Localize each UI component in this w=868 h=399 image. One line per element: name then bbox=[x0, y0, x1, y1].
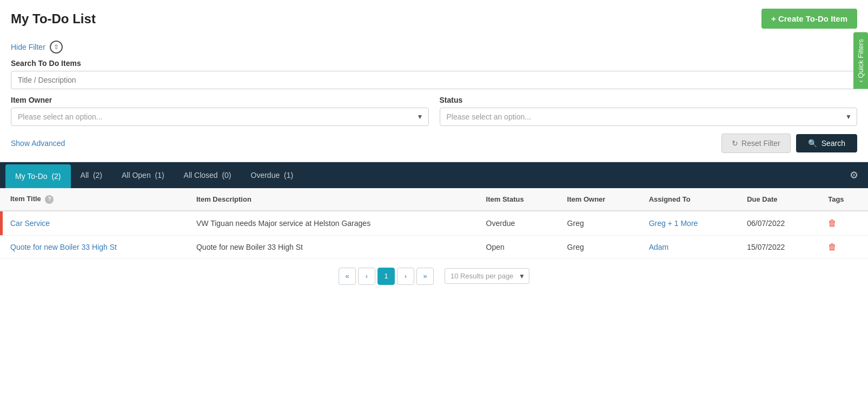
row-assigned-to: Adam bbox=[641, 235, 739, 258]
row-status: Open bbox=[479, 235, 560, 258]
chevron-left-icon: ‹ bbox=[857, 80, 865, 82]
assigned-to-link[interactable]: Greg + 1 More bbox=[649, 219, 698, 228]
todo-table: Item Title ? Item Description Item Statu… bbox=[0, 188, 868, 259]
prev-page-button[interactable]: ‹ bbox=[358, 268, 375, 285]
create-todo-button[interactable]: + Create To-Do Item bbox=[761, 9, 857, 29]
row-description: VW Tiguan needs Major service at Helston… bbox=[189, 211, 479, 236]
status-select[interactable]: Please select an option... bbox=[440, 108, 858, 126]
row-tags: 🗑 bbox=[820, 235, 868, 258]
item-title-link[interactable]: Car Service bbox=[10, 219, 50, 228]
row-assigned-to: Greg + 1 More bbox=[641, 211, 739, 236]
quick-filters-label: Quick Filters bbox=[857, 39, 865, 78]
col-item-owner: Item Owner bbox=[560, 188, 641, 211]
table-row: Quote for new Boiler 33 High St Quote fo… bbox=[0, 235, 868, 258]
delete-icon[interactable]: 🗑 bbox=[828, 242, 837, 251]
tab-all[interactable]: All (2) bbox=[71, 163, 112, 187]
results-per-page-select[interactable]: 10 Results per page 25 Results per page … bbox=[445, 268, 529, 284]
row-description: Quote for new Boiler 33 High St bbox=[189, 235, 479, 258]
tabs-bar: My To-Do (2) All (2) All Open (1) All Cl… bbox=[0, 162, 868, 188]
tab-all-closed[interactable]: All Closed (0) bbox=[174, 163, 241, 187]
quick-filters-sidebar[interactable]: ‹ Quick Filters bbox=[853, 32, 868, 89]
pagination-row: « ‹ 1 › » 10 Results per page 25 Results… bbox=[0, 259, 868, 294]
show-advanced-link[interactable]: Show Advanced bbox=[11, 139, 65, 148]
row-tags: 🗑 bbox=[820, 211, 868, 236]
item-owner-select[interactable]: Please select an option... bbox=[11, 108, 429, 126]
page-1-button[interactable]: 1 bbox=[377, 268, 395, 285]
item-title-link[interactable]: Quote for new Boiler 33 High St bbox=[10, 243, 117, 251]
refresh-icon: ↻ bbox=[732, 139, 738, 148]
col-due-date: Due Date bbox=[739, 188, 820, 211]
col-assigned-to: Assigned To bbox=[641, 188, 739, 211]
filter-section: Hide Filter ⇧ Search To Do Items Item Ow… bbox=[0, 35, 868, 162]
assigned-to-link[interactable]: Adam bbox=[649, 243, 669, 251]
row-title: Car Service bbox=[3, 211, 189, 236]
col-item-description: Item Description bbox=[189, 188, 479, 211]
item-owner-label: Item Owner bbox=[11, 96, 429, 104]
settings-icon[interactable]: ⚙ bbox=[845, 165, 863, 185]
search-button[interactable]: 🔍 Search bbox=[796, 134, 857, 152]
table-container: Item Title ? Item Description Item Statu… bbox=[0, 188, 868, 259]
search-label: Search To Do Items bbox=[11, 59, 857, 68]
delete-icon[interactable]: 🗑 bbox=[828, 218, 837, 228]
row-due-date: 15/07/2022 bbox=[739, 235, 820, 258]
row-status: Overdue bbox=[479, 211, 560, 236]
reset-filter-button[interactable]: ↻ Reset Filter bbox=[721, 134, 791, 153]
hide-filter-link[interactable]: Hide Filter bbox=[11, 43, 45, 51]
row-due-date: 06/07/2022 bbox=[739, 211, 820, 236]
first-page-button[interactable]: « bbox=[339, 268, 356, 285]
tab-all-open[interactable]: All Open (1) bbox=[112, 163, 174, 187]
tab-overdue[interactable]: Overdue (1) bbox=[241, 163, 303, 187]
table-row: Car Service VW Tiguan needs Major servic… bbox=[0, 211, 868, 236]
row-owner: Greg bbox=[560, 235, 641, 258]
search-input[interactable] bbox=[11, 71, 857, 89]
page-title: My To-Do List bbox=[11, 11, 96, 26]
item-title-help-icon[interactable]: ? bbox=[45, 195, 54, 204]
tab-my-todo[interactable]: My To-Do (2) bbox=[5, 164, 71, 188]
col-item-title: Item Title ? bbox=[3, 188, 189, 211]
row-owner: Greg bbox=[560, 211, 641, 236]
col-item-status: Item Status bbox=[479, 188, 560, 211]
col-tags: Tags bbox=[820, 188, 868, 211]
last-page-button[interactable]: » bbox=[416, 268, 434, 285]
status-label: Status bbox=[440, 96, 858, 104]
row-title: Quote for new Boiler 33 High St bbox=[3, 235, 189, 258]
search-icon: 🔍 bbox=[808, 139, 817, 148]
toggle-filter-icon[interactable]: ⇧ bbox=[50, 41, 63, 54]
next-page-button[interactable]: › bbox=[397, 268, 414, 285]
